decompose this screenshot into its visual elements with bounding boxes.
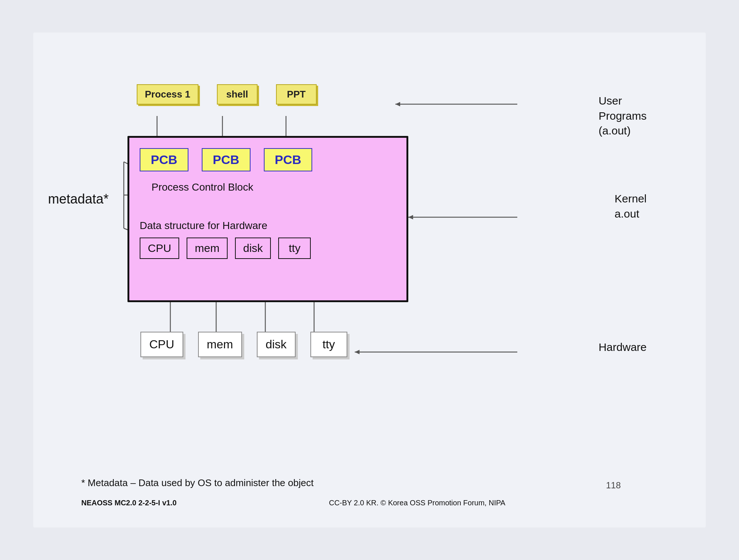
hw-boxes-inner: CPU mem disk tty: [140, 238, 311, 259]
process1-box: Process 1: [137, 84, 198, 105]
kernel-box: PCB PCB PCB Process Control Block Data s…: [127, 136, 408, 302]
slide: Process 1 shell PPT PCB PCB PCB Process …: [33, 33, 706, 527]
disk-outer-box: disk: [257, 332, 296, 357]
footer-note: * Metadata – Data used by OS to administ…: [81, 477, 314, 489]
svg-marker-18: [355, 350, 360, 354]
shell-box: shell: [217, 84, 258, 105]
cpu-outer-box: CPU: [140, 332, 183, 357]
mem-outer-box: mem: [198, 332, 242, 357]
tty-outer-box: tty: [310, 332, 347, 357]
svg-marker-4: [395, 102, 400, 106]
disk-inner-box: disk: [235, 238, 271, 259]
label-metadata: metadata*: [48, 191, 109, 207]
pcb-label: Process Control Block: [151, 181, 253, 193]
cpu-inner-box: CPU: [140, 238, 179, 259]
label-hardware: Hardware: [599, 341, 647, 354]
footer-center: CC-BY 2.0 KR. © Korea OSS Promotion Foru…: [329, 499, 505, 507]
svg-marker-6: [408, 215, 413, 219]
top-process-boxes: Process 1 shell PPT: [137, 84, 317, 105]
pcb-box-3: PCB: [264, 148, 313, 171]
page-number: 118: [606, 480, 621, 491]
ppt-box: PPT: [276, 84, 317, 105]
footer-bar: NEAOSS MC2.0 2-2-5-I v1.0 CC-BY 2.0 KR. …: [81, 499, 658, 507]
hw-boxes-outer: CPU mem disk tty: [140, 332, 347, 357]
label-kernel: Kernela.out: [614, 191, 647, 221]
pcb-box-2: PCB: [202, 148, 251, 171]
hw-data-structure-label: Data structure for Hardware: [140, 220, 267, 232]
footer-left: NEAOSS MC2.0 2-2-5-I v1.0: [81, 499, 177, 507]
pcb-row: PCB PCB PCB: [140, 148, 312, 171]
label-user-programs: UserPrograms(a.out): [599, 93, 647, 139]
tty-inner-box: tty: [278, 238, 311, 259]
pcb-box-1: PCB: [140, 148, 188, 171]
mem-inner-box: mem: [187, 238, 228, 259]
